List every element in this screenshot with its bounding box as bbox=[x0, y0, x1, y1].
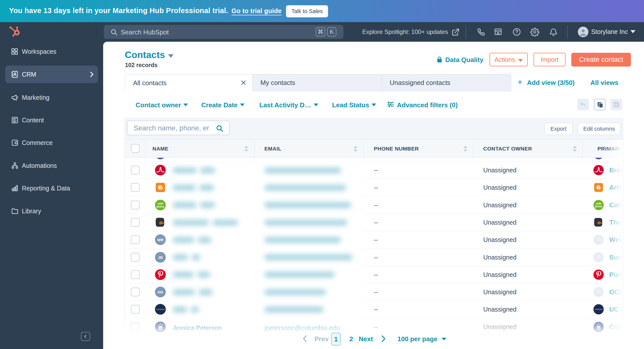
svg-text:HG: HG bbox=[157, 290, 163, 294]
svg-text:JB: JB bbox=[158, 255, 163, 260]
svg-text:cafe: cafe bbox=[596, 202, 601, 205]
svg-text:press: press bbox=[595, 205, 602, 208]
svg-text:UC San Diego Health: UC San Diego Health bbox=[595, 309, 602, 310]
svg-text:press: press bbox=[156, 205, 165, 208]
svg-text:WR: WR bbox=[157, 238, 164, 242]
svg-text:UC San Diego Health: UC San Diego Health bbox=[156, 309, 164, 310]
